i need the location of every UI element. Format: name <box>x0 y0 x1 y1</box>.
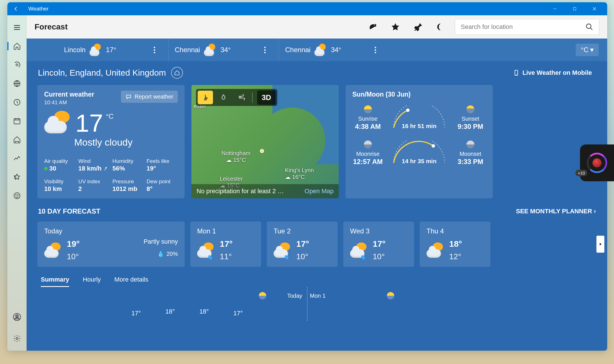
report-weather-button[interactable]: Report weather <box>121 91 178 103</box>
chevron-down-icon: ▾ <box>590 46 594 54</box>
current-weather-card: Current weather 10:41 AM Report weather <box>37 85 185 198</box>
map-footer-text: No precipitation for at least 2 … <box>197 188 284 195</box>
forecast-next-button[interactable] <box>596 236 604 253</box>
fav-more-button[interactable] <box>368 47 383 53</box>
nav-3d-maps[interactable] <box>7 74 27 93</box>
partly-cloudy-icon <box>89 44 102 56</box>
current-unit: °C <box>106 112 114 120</box>
tab-summary[interactable]: Summary <box>41 273 69 287</box>
close-button[interactable] <box>585 2 604 15</box>
nav-account[interactable] <box>7 308 27 326</box>
wind-arrow-icon <box>103 166 108 171</box>
current-time: 10:41 AM <box>44 99 94 106</box>
app-title: Weather <box>28 6 48 12</box>
tab-hourly[interactable]: Hourly <box>83 273 101 287</box>
sunrise-icon <box>364 105 372 113</box>
maximize-button[interactable] <box>565 2 585 15</box>
map-layer-toggle: 3D <box>196 89 277 106</box>
raindrop-icon: 💧 <box>157 250 164 257</box>
forecast-day-3[interactable]: Wed 3 17°10° <box>343 222 414 267</box>
map-temp-layer[interactable] <box>198 91 213 104</box>
svg-point-9 <box>16 315 18 317</box>
rain-icon <box>350 242 368 258</box>
map-precip-layer[interactable] <box>216 91 231 104</box>
mobile-link[interactable]: Live Weather on Mobile <box>509 67 596 79</box>
tab-more[interactable]: More details <box>114 273 148 287</box>
nav-monthly[interactable] <box>7 112 27 130</box>
nav-maps[interactable] <box>7 56 27 74</box>
open-map-link[interactable]: Open Map <box>304 188 334 195</box>
current-temp: 17 <box>75 111 103 136</box>
fav-more-button[interactable] <box>257 47 272 53</box>
favorite-button[interactable] <box>384 15 407 39</box>
fav-more-button[interactable] <box>147 47 162 53</box>
favorite-location-2[interactable]: Chennai 34° <box>279 39 389 61</box>
sun-moon-card: Sun/Moon (30 Jun) Sunrise 4:38 AM 16 hr … <box>346 85 493 198</box>
map-3d-button[interactable]: 3D <box>257 90 276 105</box>
fav-temp: 34° <box>220 46 231 54</box>
nav-feedback[interactable] <box>7 186 27 205</box>
forecast-day-4[interactable]: Thu 4 18°12° <box>420 222 491 267</box>
svg-rect-4 <box>14 119 20 124</box>
forecast-header: 10 DAY FORECAST SEE MONTHLY PLANNER › <box>27 204 607 219</box>
content-scroll[interactable]: Lincoln 17° Chennai 34° Chennai <box>27 39 607 351</box>
widget-ring-icon <box>587 153 607 173</box>
nav-pollen[interactable] <box>7 130 27 149</box>
minimize-button[interactable] <box>545 2 565 15</box>
pin-button[interactable] <box>407 15 429 39</box>
aqi-dot-icon <box>44 167 48 170</box>
chart-divider <box>307 287 308 321</box>
location-row: Lincoln, England, United Kingdom Live We… <box>27 61 607 82</box>
forecast-today[interactable]: Today 19°10° Partly sunny 💧20% <box>37 222 185 267</box>
app-window: Weather Forecast <box>7 2 607 351</box>
set-home-button[interactable] <box>171 67 183 79</box>
hamburger-button[interactable] <box>7 18 27 37</box>
search-input[interactable] <box>461 23 585 31</box>
titlebar: Weather <box>7 2 607 15</box>
map-wind-layer[interactable] <box>234 91 249 104</box>
monthly-planner-link[interactable]: SEE MONTHLY PLANNER › <box>516 208 596 215</box>
nav-historical[interactable] <box>7 149 27 168</box>
unit-switcher[interactable]: °C ▾ <box>576 44 599 56</box>
forecast-row: Today 19°10° Partly sunny 💧20% <box>27 219 607 270</box>
detail-tabs: Summary Hourly More details <box>27 270 607 287</box>
moonset-col: Moonset 3:33 PM <box>455 141 486 166</box>
svg-point-11 <box>587 24 591 29</box>
map-pin-icon <box>260 149 264 153</box>
sunset-col: Sunset 9:30 PM <box>455 105 486 131</box>
nav-hourly[interactable] <box>7 93 27 112</box>
eye-care-widget[interactable]: +10 <box>580 144 614 181</box>
svg-point-5 <box>14 193 20 199</box>
nav-forecast[interactable] <box>7 37 27 56</box>
svg-point-10 <box>16 338 18 340</box>
forecast-day-1[interactable]: Mon 1 17°11° <box>190 222 261 267</box>
main-area: Forecast Lincoln <box>27 15 607 351</box>
fav-name: Chennai <box>175 46 200 54</box>
back-button[interactable] <box>10 3 22 14</box>
stat-feels-like: Feels like19° <box>147 158 178 172</box>
stat-wind: Wind18 km/h <box>78 158 110 172</box>
mobile-link-label: Live Weather on Mobile <box>523 69 592 76</box>
chart-today-label: Today <box>287 293 302 299</box>
favorite-location-1[interactable]: Chennai 34° <box>168 39 279 61</box>
svg-point-7 <box>18 195 18 195</box>
map-card[interactable]: ester Nottingham☁ 15°C Leicester☁ 15°C K… <box>191 85 339 198</box>
theme-button[interactable] <box>429 15 452 39</box>
chevron-right-icon: › <box>594 208 596 215</box>
moonrise-icon <box>364 141 372 148</box>
nav-favorites[interactable] <box>7 168 27 186</box>
map-footer: No precipitation for at least 2 … Open M… <box>191 184 339 198</box>
search-box[interactable] <box>455 19 599 35</box>
favorite-location-0[interactable]: Lincoln 17° <box>58 39 168 61</box>
stat-uv: UV index2 <box>78 178 110 193</box>
fav-name: Chennai <box>285 46 310 54</box>
nav-settings[interactable] <box>7 329 27 348</box>
moonset-icon <box>466 141 474 148</box>
daylight-arc: 16 hr 51 min <box>386 105 452 131</box>
speech-icon <box>125 94 132 100</box>
fav-temp: 17° <box>106 46 116 54</box>
moonlight-arc: 14 hr 35 min <box>386 140 452 166</box>
widget-badge: +10 <box>575 170 587 176</box>
refresh-button[interactable] <box>361 15 384 39</box>
forecast-day-2[interactable]: Tue 2 17°10° <box>267 222 338 267</box>
